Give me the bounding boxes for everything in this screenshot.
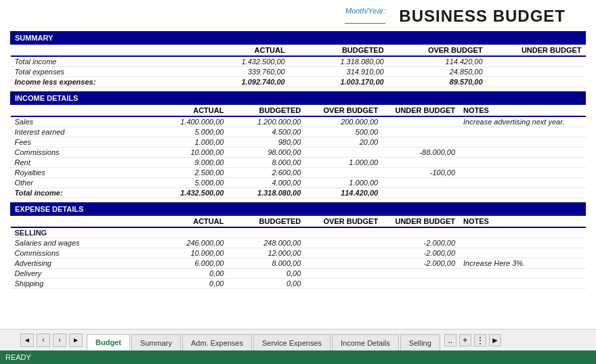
- tab-nav-last-btn[interactable]: ►: [69, 334, 83, 347]
- income-row-2-under: [382, 137, 459, 147]
- expense-row-4-actual: 0,00: [151, 279, 228, 289]
- income-row-6-under: [382, 178, 459, 188]
- income-row-2-over: 20,00: [305, 137, 382, 147]
- expense-row-2-actual: 6.000,00: [151, 258, 228, 269]
- income-row-4-actual: 9.000,00: [151, 158, 228, 168]
- expense-row-3-notes: [459, 269, 585, 279]
- tab-ellipsis-btn[interactable]: ..: [444, 334, 456, 346]
- income-row-5-actual: 2.500,00: [151, 168, 228, 178]
- income-row-3: Commissions 10.000,00 98.000,00 -88.000,…: [11, 147, 586, 158]
- income-row-0-notes: Increase advertising next year.: [459, 116, 585, 127]
- income-header-cell: INCOME DETAILS: [11, 92, 586, 105]
- tabs-container: Budget Summary Adm. Expenses Service Exp…: [87, 329, 501, 350]
- expense-col-budgeted: BUDGETED: [228, 216, 305, 228]
- summary-row-1-actual: 339.760,00: [190, 67, 289, 77]
- tab-budget[interactable]: Budget: [87, 334, 130, 350]
- expense-col-over: OVER BUDGET: [305, 216, 382, 228]
- income-row-2-notes: [459, 137, 585, 147]
- summary-row-2-actual: 1.092.740,00: [190, 77, 289, 87]
- income-total-over: 114.420,00: [305, 188, 382, 198]
- income-col-headers: ACTUAL BUDGETED OVER BUDGET UNDER BUDGET…: [11, 105, 586, 117]
- income-row-0: Sales 1.400.000,00 1.200.000,00 200.000,…: [11, 116, 586, 127]
- tab-nav-left: ◄ ‹ › ►: [20, 334, 84, 347]
- income-row-0-label: Sales: [11, 116, 151, 127]
- income-row-5-over: [305, 168, 382, 178]
- tab-service-expenses[interactable]: Service Expenses: [253, 334, 331, 350]
- income-row-0-under: [382, 116, 459, 127]
- expense-row-1-notes: [459, 248, 585, 258]
- summary-col-actual: ACTUAL: [190, 45, 289, 57]
- summary-row-2-label: Income less expenses:: [11, 77, 190, 87]
- tab-scroll-right-btn[interactable]: ►: [489, 334, 501, 346]
- expense-col-actual: ACTUAL: [151, 216, 228, 228]
- income-row-5-label: Royalties: [11, 168, 151, 178]
- expense-row-2-budgeted: 8.000,00: [228, 258, 305, 269]
- expense-row-1: Commissions 10.000,00 12.000,00 -2.000,0…: [11, 248, 586, 258]
- expense-row-1-label: Commissions: [11, 248, 151, 258]
- summary-col-label: [11, 45, 190, 57]
- tab-summary[interactable]: Summary: [131, 334, 181, 350]
- business-title: BUSINESS BUDGET: [399, 7, 566, 26]
- income-total-notes: [459, 188, 585, 198]
- expense-selling-row: SELLING: [11, 227, 586, 238]
- expense-row-4-under: [382, 279, 459, 289]
- tab-menu-btn[interactable]: ⋮: [474, 334, 486, 346]
- expense-row-3-budgeted: 0,00: [228, 269, 305, 279]
- tab-nav-first-btn[interactable]: ◄: [20, 334, 34, 347]
- tab-bar: ◄ ‹ › ► Budget Summary Adm. Expenses Ser…: [0, 329, 596, 350]
- tab-adm-expenses[interactable]: Adm. Expenses: [182, 334, 252, 350]
- expense-row-0: Salaries and wages 246.000,00 248.000,00…: [11, 238, 586, 248]
- summary-col-headers: ACTUAL BUDGETED OVER BUDGET UNDER BUDGET: [11, 45, 586, 57]
- tab-add-btn[interactable]: +: [459, 334, 471, 346]
- summary-row-0-actual: 1.432.500,00: [190, 56, 289, 67]
- expense-row-0-under: -2.000,00: [382, 238, 459, 248]
- income-col-label: [11, 105, 151, 117]
- summary-row-1-over: 24.850,00: [388, 67, 487, 77]
- tab-nav-prev-btn[interactable]: ‹: [37, 334, 50, 347]
- tab-selling[interactable]: Selling: [400, 334, 440, 350]
- status-text: READY: [5, 353, 31, 361]
- expense-row-1-budgeted: 12.000,00: [228, 248, 305, 258]
- income-total-under: [382, 188, 459, 198]
- expense-row-2-notes: Increase Here 3%.: [459, 258, 585, 269]
- expense-col-notes: NOTES: [459, 216, 585, 228]
- expense-row-4-over: [305, 279, 382, 289]
- expense-header-cell: EXPENSE DETAILS: [11, 203, 586, 216]
- expense-row-0-budgeted: 248.000,00: [228, 238, 305, 248]
- expense-row-3: Delivery 0,00 0,00: [11, 269, 586, 279]
- expense-row-4-notes: [459, 279, 585, 289]
- income-row-3-budgeted: 98.000,00: [228, 147, 305, 158]
- income-row-4-over: 1.000,00: [305, 158, 382, 168]
- summary-row-1-label: Total expenses: [11, 67, 190, 77]
- income-row-4-label: Rent: [11, 158, 151, 168]
- summary-row-0-budgeted: 1.318.080,00: [289, 56, 388, 67]
- income-col-notes: NOTES: [459, 105, 585, 117]
- income-row-5-notes: [459, 168, 585, 178]
- income-row-6: Other 5.000,00 4.000,00 1.000,00: [11, 178, 586, 188]
- income-total-actual: 1.432.500,00: [151, 188, 228, 198]
- tab-nav-next-btn[interactable]: ›: [53, 334, 66, 347]
- tab-income-details[interactable]: Income Details: [332, 334, 399, 350]
- expense-row-4-budgeted: 0,00: [228, 279, 305, 289]
- expense-row-3-label: Delivery: [11, 269, 151, 279]
- income-col-actual: ACTUAL: [151, 105, 228, 117]
- income-row-2: Fees 1.000,00 980,00 20,00: [11, 137, 586, 147]
- income-row-3-actual: 10.000,00: [151, 147, 228, 158]
- income-total-label: Total income:: [11, 188, 151, 198]
- summary-row-0-over: 114.420,00: [388, 56, 487, 67]
- summary-row-1-budgeted: 314.910,00: [289, 67, 388, 77]
- income-header-row: INCOME DETAILS: [11, 92, 586, 105]
- income-row-6-notes: [459, 178, 585, 188]
- expense-col-headers: ACTUAL BUDGETED OVER BUDGET UNDER BUDGET…: [11, 216, 586, 228]
- expense-header-row: EXPENSE DETAILS: [11, 203, 586, 216]
- expense-col-label: [11, 216, 151, 228]
- income-row-3-under: -88.000,00: [382, 147, 459, 158]
- month-year-input[interactable]: [345, 15, 385, 24]
- expense-selling-label: SELLING: [11, 227, 586, 238]
- expense-row-4-label: Shipping: [11, 279, 151, 289]
- summary-row-2-under: [487, 77, 586, 87]
- income-row-6-over: 1.000,00: [305, 178, 382, 188]
- month-year-label: Month/Year:: [345, 7, 385, 15]
- income-row-1: Interest earned 5.000,00 4.500,00 500,00: [11, 127, 586, 137]
- expense-row-3-over: [305, 269, 382, 279]
